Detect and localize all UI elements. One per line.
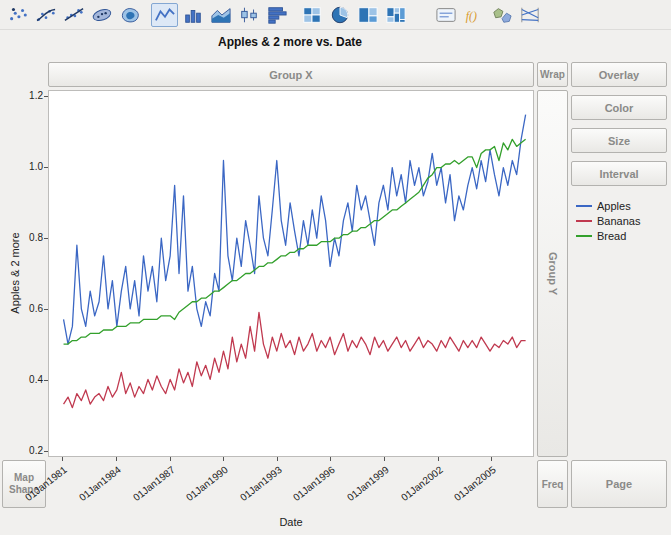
y-tick-label: 0.8: [17, 232, 43, 243]
x-tick-mark: [384, 457, 385, 461]
x-tick-label: 01Jan1984: [70, 464, 122, 508]
x-tick-mark: [438, 457, 439, 461]
series-line-bananas[interactable]: [64, 312, 526, 407]
legend-label: Bread: [597, 230, 626, 242]
graph-builder-window: f() Apples & 2 more vs. Date Group X Wra…: [0, 0, 671, 535]
line-icon[interactable]: [151, 3, 178, 27]
drop-zone-color[interactable]: Color: [571, 95, 667, 120]
y-tick-label: 1.2: [17, 90, 43, 101]
y-axis-label: Apples & 2 more: [9, 213, 23, 333]
x-tick-label: 01Jan2005: [445, 464, 497, 508]
x-tick-label: 01Jan1990: [177, 464, 229, 508]
drop-zone-freq[interactable]: Freq: [537, 460, 568, 508]
drop-zone-size[interactable]: Size: [571, 128, 667, 153]
x-tick-label: 01Jan2002: [392, 464, 444, 508]
x-tick-mark: [62, 457, 63, 461]
legend-swatch: [576, 205, 592, 207]
heatmap-icon[interactable]: [298, 3, 325, 27]
x-tick-label: 01Jan1996: [285, 464, 337, 508]
drop-zone-interval[interactable]: Interval: [571, 161, 667, 186]
map-shape-label-line1: Map: [14, 472, 34, 484]
y-tick-label: 1.0: [17, 161, 43, 172]
x-tick-label: 01Jan1993: [231, 464, 283, 508]
points-icon[interactable]: [4, 3, 31, 27]
legend-swatch: [576, 220, 592, 222]
x-tick-mark: [277, 457, 278, 461]
series-line-apples[interactable]: [64, 115, 526, 344]
drop-zone-page[interactable]: Page: [571, 460, 667, 508]
legend-item-bread[interactable]: Bread: [576, 230, 640, 242]
ellipse-icon[interactable]: [88, 3, 115, 27]
caption-box-icon[interactable]: [432, 3, 459, 27]
treemap-icon[interactable]: [354, 3, 381, 27]
y-tick-label: 0.2: [17, 445, 43, 456]
line-chart[interactable]: [49, 91, 533, 456]
drop-zone-group-x[interactable]: Group X: [48, 62, 534, 87]
legend-item-bananas[interactable]: Bananas: [576, 215, 640, 227]
x-tick-mark: [330, 457, 331, 461]
x-axis-label: Date: [48, 516, 534, 528]
drop-zone-map-shape[interactable]: Map Shape: [2, 460, 46, 508]
drop-zone-overlay[interactable]: Overlay: [571, 62, 667, 87]
plot-area[interactable]: [48, 90, 534, 457]
x-tick-mark: [170, 457, 171, 461]
svg-text:f(): f(): [465, 8, 476, 22]
x-tick-mark: [223, 457, 224, 461]
bar-icon[interactable]: [179, 3, 206, 27]
y-tick-label: 0.4: [17, 374, 43, 385]
drop-zone-group-y[interactable]: Group Y: [537, 90, 568, 457]
legend-item-apples[interactable]: Apples: [576, 200, 640, 212]
legend: ApplesBananasBread: [576, 200, 640, 245]
x-tick-label: 01Jan1999: [338, 464, 390, 508]
mosaic-icon[interactable]: [382, 3, 409, 27]
chart-title: Apples & 2 more vs. Date: [40, 35, 540, 49]
x-tick-label: 01Jan1987: [124, 464, 176, 508]
legend-label: Bananas: [597, 215, 640, 227]
histogram-icon[interactable]: [263, 3, 290, 27]
series-line-bread[interactable]: [64, 139, 526, 344]
map-shape-label-line2: Shape: [9, 484, 39, 496]
pie-icon[interactable]: [326, 3, 353, 27]
parallel-plot-icon[interactable]: [516, 3, 543, 27]
legend-label: Apples: [597, 200, 631, 212]
element-type-toolbar: f(): [0, 0, 671, 30]
x-tick-mark: [116, 457, 117, 461]
map-shapes-icon[interactable]: [488, 3, 515, 27]
formula-icon[interactable]: f(): [460, 3, 487, 27]
y-tick-label: 0.6: [17, 303, 43, 314]
box-plot-icon[interactable]: [235, 3, 262, 27]
drop-zone-wrap[interactable]: Wrap: [537, 62, 568, 87]
area-icon[interactable]: [207, 3, 234, 27]
smoother-icon[interactable]: [32, 3, 59, 27]
x-tick-mark: [491, 457, 492, 461]
line-of-fit-icon[interactable]: [60, 3, 87, 27]
legend-swatch: [576, 235, 592, 237]
contour-icon[interactable]: [116, 3, 143, 27]
